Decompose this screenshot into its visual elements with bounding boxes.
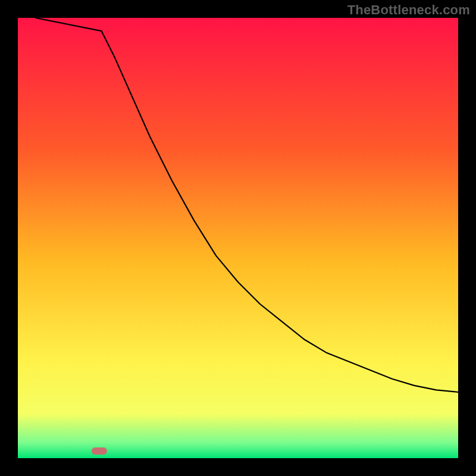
bottleneck-marker xyxy=(92,447,107,455)
marker-group xyxy=(92,447,107,455)
watermark-text: TheBottleneck.com xyxy=(347,2,470,18)
gradient-background xyxy=(18,18,458,458)
plot-area xyxy=(18,18,458,458)
chart-svg xyxy=(18,18,458,458)
chart-container: TheBottleneck.com xyxy=(0,0,476,476)
